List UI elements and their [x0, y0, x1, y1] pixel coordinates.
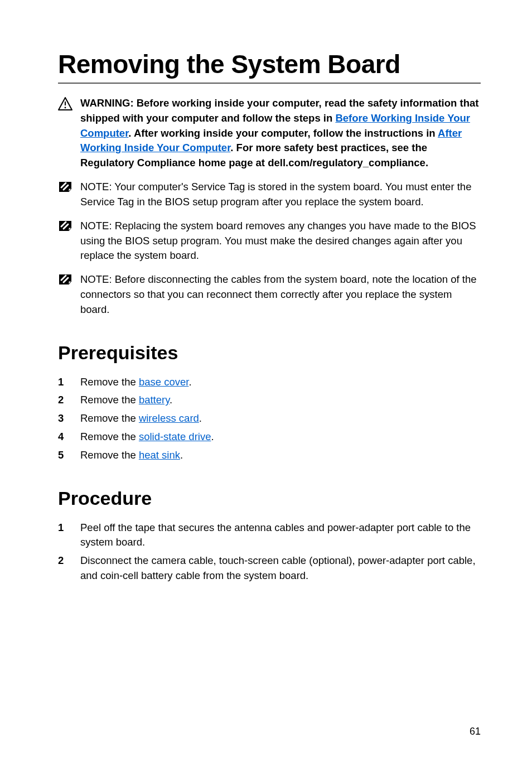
item-pre: Remove the — [80, 431, 139, 442]
note-text-3: NOTE: Before disconnecting the cables fr… — [80, 272, 481, 317]
note-block-3: NOTE: Before disconnecting the cables fr… — [58, 272, 481, 317]
item-text: Peel off the tape that secures the anten… — [80, 522, 471, 548]
note-label: NOTE: — [80, 220, 115, 232]
list-item: Remove the heat sink. — [58, 448, 481, 463]
list-item: Remove the solid-state drive. — [58, 430, 481, 445]
item-post: . — [199, 412, 202, 424]
note-icon — [58, 219, 80, 232]
item-post: . — [180, 449, 183, 461]
list-item: Remove the battery. — [58, 393, 481, 408]
note-text-1: NOTE: Your computer's Service Tag is sto… — [80, 180, 481, 210]
page-number: 61 — [470, 726, 481, 737]
note-body: Replacing the system board removes any c… — [80, 220, 476, 262]
item-pre: Remove the — [80, 376, 139, 388]
note-body: Before disconnecting the cables from the… — [80, 273, 477, 315]
link-battery[interactable]: battery — [139, 394, 170, 406]
item-pre: Remove the — [80, 394, 139, 406]
item-pre: Remove the — [80, 412, 139, 424]
list-item: Peel off the tape that secures the anten… — [58, 520, 481, 551]
link-wireless-card[interactable]: wireless card — [139, 412, 199, 424]
warning-text: WARNING: Before working inside your comp… — [80, 96, 481, 171]
link-solid-state-drive[interactable]: solid-state drive — [139, 431, 211, 442]
svg-point-2 — [65, 107, 66, 109]
procedure-list: Peel off the tape that secures the anten… — [58, 520, 481, 583]
list-item: Remove the base cover. — [58, 375, 481, 390]
prerequisites-list: Remove the base cover. Remove the batter… — [58, 375, 481, 463]
prerequisites-heading: Prerequisites — [58, 342, 481, 364]
title-divider — [58, 83, 481, 84]
note-body: Your computer's Service Tag is stored in… — [80, 181, 471, 208]
list-item: Remove the wireless card. — [58, 411, 481, 426]
link-base-cover[interactable]: base cover — [139, 376, 188, 388]
note-block-2: NOTE: Replacing the system board removes… — [58, 219, 481, 263]
warning-block: WARNING: Before working inside your comp… — [58, 96, 481, 171]
list-item: Disconnect the camera cable, touch-scree… — [58, 553, 481, 583]
item-post: . — [170, 394, 172, 406]
note-label: NOTE: — [80, 273, 115, 285]
procedure-heading: Procedure — [58, 488, 481, 509]
warning-mid1: . After working inside your computer, fo… — [128, 127, 438, 139]
note-icon — [58, 272, 80, 286]
warning-icon — [58, 96, 80, 110]
note-block-1: NOTE: Your computer's Service Tag is sto… — [58, 180, 481, 210]
item-post: . — [188, 376, 191, 388]
item-post: . — [211, 431, 214, 442]
link-heat-sink[interactable]: heat sink — [139, 449, 180, 461]
note-icon — [58, 180, 80, 193]
item-pre: Remove the — [80, 449, 139, 461]
note-text-2: NOTE: Replacing the system board removes… — [80, 219, 481, 263]
note-label: NOTE: — [80, 181, 114, 192]
page-title: Removing the System Board — [58, 49, 481, 79]
item-text: Disconnect the camera cable, touch-scree… — [80, 554, 476, 581]
